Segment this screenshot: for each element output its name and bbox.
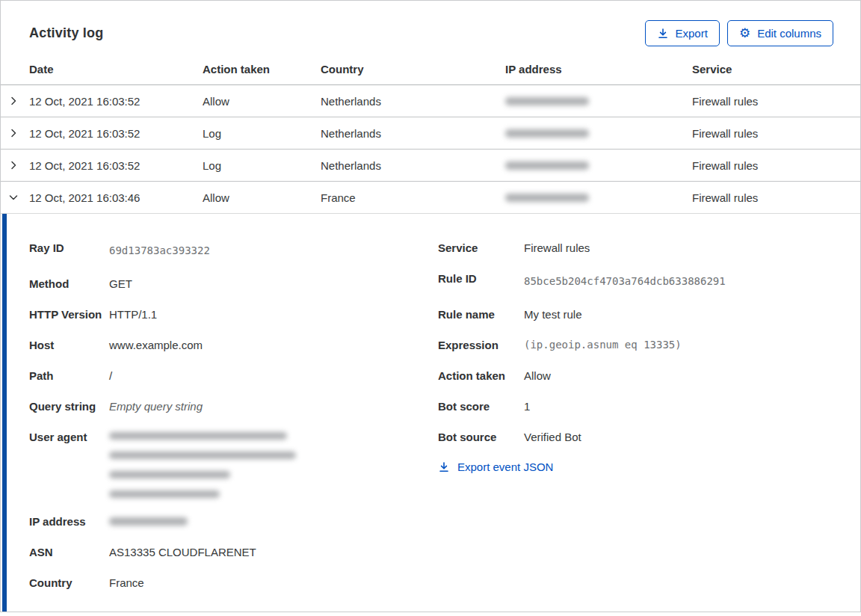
cell-action-taken: Log [203,159,321,172]
column-header-action-taken: Action taken [203,63,321,76]
ray-id-value: 69d13783ac393322 [109,241,210,260]
download-icon [438,461,450,473]
download-icon [657,28,669,40]
chevron-right-icon [7,159,19,171]
rule-id-value: 85bce5b204cf4703a764dcb633886291 [524,271,726,291]
cell-action-taken: Log [203,127,321,140]
ip-address-redacted-value [109,517,188,526]
edit-columns-button-label: Edit columns [757,26,821,40]
cell-service: Firewall rules [692,127,860,140]
cell-date: 12 Oct, 2021 16:03:52 [29,95,203,108]
cell-date: 12 Oct, 2021 16:03:52 [29,127,203,140]
table-row[interactable]: 12 Oct, 2021 16:03:52 Log Netherlands Fi… [1,117,860,150]
table-row[interactable]: 12 Oct, 2021 16:03:52 Log Netherlands Fi… [1,150,860,182]
column-header-date: Date [29,63,203,76]
detail-row-http-version: HTTP Version HTTP/1.1 [29,307,438,321]
export-event-json-label: Export event JSON [457,461,553,473]
expand-row-button[interactable] [1,95,29,107]
cell-date: 12 Oct, 2021 16:03:52 [29,159,203,172]
asn-value: AS13335 CLOUDFLARENET [109,545,256,559]
export-button[interactable]: Export [645,20,720,46]
column-header-service: Service [692,63,860,76]
detail-row-ray-id: Ray ID 69d13783ac393322 [29,241,438,260]
method-value: GET [109,277,132,291]
cell-service: Firewall rules [692,191,860,204]
host-value: www.example.com [109,338,203,352]
cell-ip-redacted [505,97,692,105]
detail-row-user-agent: User agent [29,430,438,498]
page-title: Activity log [29,25,103,41]
detail-left-column: Ray ID 69d13783ac393322 Method GET HTTP … [29,241,438,606]
service-value: Firewall rules [524,241,590,255]
table-row[interactable]: 12 Oct, 2021 16:03:52 Allow Netherlands … [1,85,860,117]
export-event-json-link[interactable]: Export event JSON [438,461,833,473]
expand-row-button[interactable] [1,127,29,139]
chevron-right-icon [7,95,19,107]
detail-row-action-taken: Action taken Allow [438,369,833,383]
detail-row-service: Service Firewall rules [438,241,833,255]
user-agent-redacted-value [109,430,296,498]
bot-score-value: 1 [524,399,530,413]
detail-row-expression: Expression (ip.geoip.asnum eq 13335) [438,338,833,352]
detail-row-bot-source: Bot source Verified Bot [438,430,833,444]
cell-action-taken: Allow [203,95,321,108]
country-value: France [109,576,144,590]
detail-row-method: Method GET [29,277,438,291]
topbar: Activity log Export ⚙ Edit columns [1,1,860,46]
action-taken-value: Allow [524,369,551,383]
expression-value: (ip.geoip.asnum eq 13335) [524,338,682,352]
bot-source-value: Verified Bot [524,430,581,444]
detail-row-rule-name: Rule name My test rule [438,307,833,321]
chevron-right-icon [7,127,19,139]
path-value: / [109,369,112,383]
detail-row-path: Path / [29,369,438,383]
cell-country: Netherlands [321,127,505,140]
detail-row-host: Host www.example.com [29,338,438,352]
chevron-down-icon [7,191,19,203]
column-header-ip-address: IP address [505,63,692,76]
detail-row-bot-score: Bot score 1 [438,399,833,413]
cell-ip-redacted [505,194,692,202]
detail-row-country: Country France [29,576,438,590]
cell-date: 12 Oct, 2021 16:03:46 [29,191,203,204]
table-header: Date Action taken Country IP address Ser… [1,63,860,85]
detail-row-rule-id: Rule ID 85bce5b204cf4703a764dcb633886291 [438,271,833,291]
table-row-expanded[interactable]: 12 Oct, 2021 16:03:46 Allow France Firew… [1,182,860,214]
event-detail-panel: Ray ID 69d13783ac393322 Method GET HTTP … [1,214,860,612]
detail-row-query-string: Query string Empty query string [29,399,438,413]
cell-country: Netherlands [321,159,505,172]
activity-log-panel: Activity log Export ⚙ Edit columns Date … [0,0,861,612]
detail-row-ip-address: IP address [29,514,438,529]
rule-name-value: My test rule [524,307,582,321]
http-version-value: HTTP/1.1 [109,307,157,321]
cell-country: Netherlands [321,95,505,108]
cell-ip-redacted [505,161,692,170]
detail-row-asn: ASN AS13335 CLOUDFLARENET [29,545,438,559]
expand-row-button[interactable] [1,159,29,171]
cell-action-taken: Allow [203,191,321,204]
cell-service: Firewall rules [692,159,860,172]
query-string-value: Empty query string [109,399,203,413]
cell-ip-redacted [505,129,692,138]
cell-country: France [321,191,505,204]
header-actions: Export ⚙ Edit columns [645,20,833,46]
column-header-country: Country [321,63,505,76]
detail-right-column: Service Firewall rules Rule ID 85bce5b20… [438,241,833,606]
gear-icon: ⚙ [739,28,750,40]
export-button-label: Export [676,26,708,40]
collapse-row-button[interactable] [1,191,29,203]
cell-service: Firewall rules [692,95,860,108]
edit-columns-button[interactable]: ⚙ Edit columns [727,20,833,46]
